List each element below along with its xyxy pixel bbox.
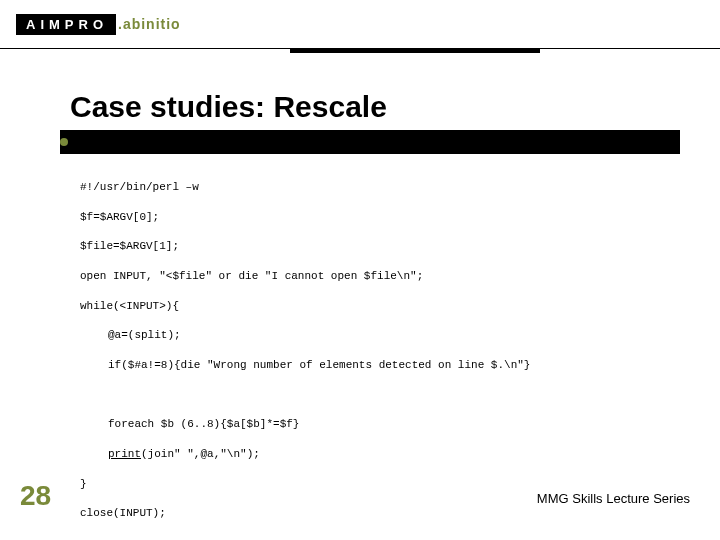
code-line: if($#a!=8){die "Wrong number of elements… [80, 358, 680, 373]
code-blank [80, 388, 680, 403]
code-line: close(INPUT); [80, 506, 680, 521]
code-line: @a=(split); [80, 328, 680, 343]
title-underline-bar [60, 130, 680, 154]
code-line: } [80, 477, 680, 492]
logo-brand: AIMPRO [16, 14, 116, 35]
slide-title: Case studies: Rescale [70, 90, 387, 124]
bullet-icon [60, 138, 68, 146]
page-number: 28 [20, 480, 51, 512]
code-line: open INPUT, "<$file" or die "I cannot op… [80, 269, 680, 284]
code-line: $f=$ARGV[0]; [80, 210, 680, 225]
code-block: #!/usr/bin/perl –w $f=$ARGV[0]; $file=$A… [80, 165, 680, 540]
code-print-rest: (join" ",@a,"\n"); [141, 448, 260, 460]
code-line: print(join" ",@a,"\n"); [80, 447, 680, 462]
code-line: #!/usr/bin/perl –w [80, 180, 680, 195]
code-print-keyword: print [108, 448, 141, 460]
code-line: foreach $b (6..8){$a[$b]*=$f} [80, 417, 680, 432]
code-line: while(<INPUT>){ [80, 299, 680, 314]
slide: AIMPRO .abinitio Case studies: Rescale #… [0, 0, 720, 540]
title-accent-bar [290, 48, 540, 53]
code-line: $file=$ARGV[1]; [80, 239, 680, 254]
logo-sub: .abinitio [118, 16, 181, 32]
footer-text: MMG Skills Lecture Series [537, 491, 690, 506]
logo: AIMPRO .abinitio [16, 14, 181, 35]
